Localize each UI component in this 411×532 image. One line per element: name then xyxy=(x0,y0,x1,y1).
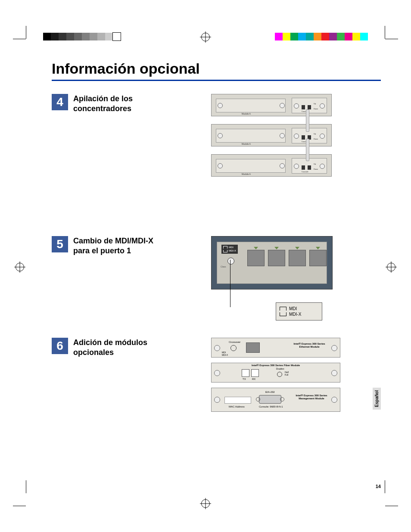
cascade-cable xyxy=(306,139,309,161)
crop-mark xyxy=(385,506,398,506)
hub-unit: Module A Up Down Cascade xyxy=(211,154,332,177)
registration-mark-icon xyxy=(201,33,210,41)
fiber-rx-port-icon xyxy=(251,369,259,377)
rj45-port-icon xyxy=(268,250,285,266)
section-5-row: 5 Cambio de MDI/MDI-X para el puerto 1 M… xyxy=(52,236,381,320)
db9-port-icon xyxy=(259,395,281,404)
mdi-push-button-icon xyxy=(227,258,234,264)
grayscale-colorbar xyxy=(43,33,121,40)
step-number-4: 4 xyxy=(52,94,68,110)
module-title: Intel® Express 300 Series Management Mod… xyxy=(294,394,329,400)
crossover-button-icon xyxy=(230,345,237,351)
rj45-port-icon xyxy=(309,250,327,266)
crop-mark xyxy=(385,480,385,493)
crop-mark xyxy=(26,480,26,493)
section-4-row: 4 Apilación de los concentradores Module… xyxy=(52,94,381,184)
hub-unit: Module A Up Down Cascade xyxy=(211,124,332,146)
step-number-6: 6 xyxy=(52,338,68,354)
step-title-4: Apilación de los concentradores xyxy=(73,94,159,113)
module-label: Module A xyxy=(242,173,251,175)
mdi-up-icon xyxy=(280,307,286,311)
pointer-line xyxy=(230,260,230,307)
step-title-5: Cambio de MDI/MDI-X para el puerto 1 xyxy=(73,236,159,255)
crop-mark xyxy=(26,26,26,39)
crop-mark xyxy=(13,39,26,39)
hub-stack-illustration: Module A Up Down Cascade Modu xyxy=(211,94,332,177)
page-title: Información opcional xyxy=(52,60,381,81)
mdi-legend: MDI MDI-X xyxy=(276,302,322,320)
rj45-port-icon xyxy=(247,250,265,266)
module-title: Intel® Express 300 Series Ethernet Modul… xyxy=(290,342,329,348)
page-content: Información opcional 4 Apilación de los … xyxy=(52,60,381,489)
page-number: 14 xyxy=(376,484,381,489)
registration-mark-icon xyxy=(201,499,210,508)
modules-illustration: Crossover MDIMDI-X Intel® Express 300 Se… xyxy=(211,338,340,412)
module-title: Intel® Express 300 Series Fiber Module xyxy=(233,364,319,367)
class-label: Class xyxy=(221,265,226,268)
module-label: Module A xyxy=(242,112,251,115)
step-number-5: 5 xyxy=(52,236,68,252)
cmyk-colorbar xyxy=(275,33,368,40)
rj45-port-icon xyxy=(246,342,260,353)
ethernet-module: Crossover MDIMDI-X Intel® Express 300 Se… xyxy=(211,338,340,358)
mdi-switch-label: MDI MDI-X xyxy=(221,245,238,254)
fiber-tx-port-icon xyxy=(242,369,249,377)
crop-mark xyxy=(13,506,26,506)
module-label: Module A xyxy=(242,143,251,145)
crop-mark xyxy=(385,39,398,39)
step-title-6: Adición de módulos opcionales xyxy=(73,338,159,357)
registration-mark-icon xyxy=(387,263,395,271)
crop-mark xyxy=(385,26,385,39)
mdi-switch-illustration: MDI MDI-X Class xyxy=(211,236,333,289)
duplex-button-icon xyxy=(277,372,282,377)
mac-address-label-area xyxy=(224,397,251,404)
cascade-cable xyxy=(306,109,309,132)
management-module: MAC Address EIA-232 Console: 9600-8-N-1 … xyxy=(211,388,340,412)
hub-unit: Module A Up Down Cascade xyxy=(211,94,332,116)
rj45-port-icon xyxy=(289,250,306,266)
section-6-row: 6 Adición de módulos opcionales Crossove… xyxy=(52,338,381,412)
mdi-down-icon xyxy=(280,312,286,316)
language-tab: Español xyxy=(373,388,381,410)
fiber-module: Intel® Express 300 Series Fiber Module T… xyxy=(211,363,340,383)
registration-mark-icon xyxy=(16,263,24,271)
